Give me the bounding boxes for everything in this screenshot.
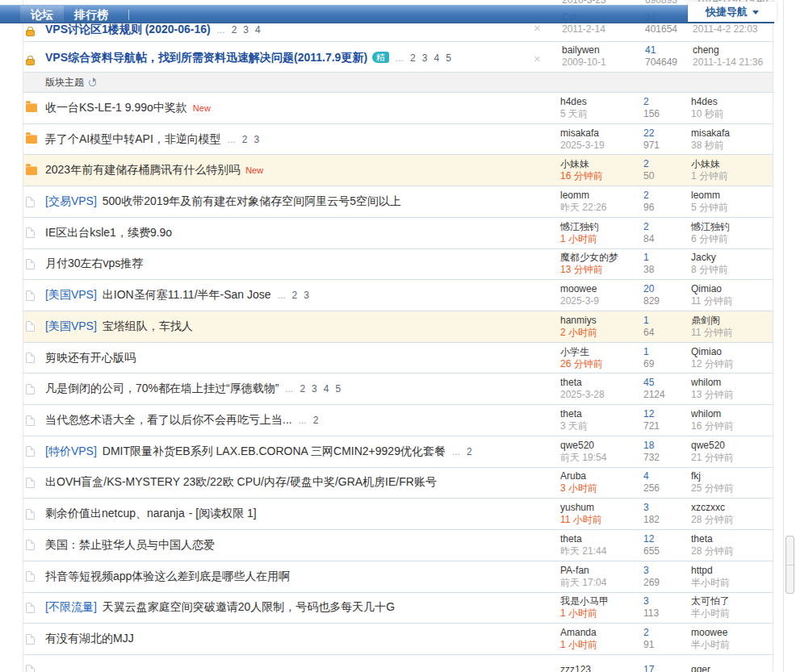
last-post-time[interactable]: 半小时前 xyxy=(691,607,773,620)
page-link[interactable]: 2 xyxy=(232,24,237,35)
author-name[interactable]: 小学生 xyxy=(560,346,643,358)
last-post-time[interactable]: 28 分钟前 xyxy=(691,545,773,557)
page-link[interactable]: 3 xyxy=(422,52,428,64)
last-poster[interactable]: whilom xyxy=(691,377,773,389)
last-poster[interactable]: moowee xyxy=(691,627,773,639)
thread-title[interactable]: 剪映还有开心版吗 xyxy=(45,351,136,364)
last-poster[interactable]: Jacky xyxy=(691,252,773,264)
last-post-time[interactable]: 21 分钟前 xyxy=(691,452,773,464)
thread-title[interactable]: 出OVH盲盒/KS-MYSTERY 23欧/22欧 CPU/内存/硬盘中奖/GR… xyxy=(45,475,437,488)
last-poster[interactable]: xzczxxc xyxy=(691,502,773,514)
author-name[interactable]: Amanda xyxy=(560,627,643,639)
author-name[interactable]: 小妹妹 xyxy=(560,158,643,170)
thread-title[interactable]: 宝塔组队，车找人 xyxy=(103,319,193,332)
page-link[interactable]: 3 xyxy=(254,134,260,145)
author-name[interactable]: bailywen xyxy=(562,44,643,56)
thread-title[interactable]: 弄了个AI模型中转API，非逆向模型 xyxy=(45,132,221,145)
author-name[interactable]: qwe520 xyxy=(560,440,643,452)
category-link[interactable]: [交易VPS] xyxy=(45,194,97,207)
page-link[interactable]: 4 xyxy=(434,52,439,64)
thread-title[interactable]: 2023年前有建储存桶腾讯有什么特别吗 xyxy=(45,163,240,176)
last-post-time[interactable]: 2011-1-14 21:36 xyxy=(693,56,773,69)
sticky-thread-title[interactable]: VPS讨论区1楼规则 (2020-06-16) xyxy=(45,23,211,35)
author-name[interactable]: misakafa xyxy=(560,127,643,140)
last-post-time[interactable]: 38 秒前 xyxy=(691,140,773,152)
author-name[interactable]: moowee xyxy=(560,283,643,295)
thread-title[interactable]: 月付30左右vps推荐 xyxy=(45,257,143,269)
author-name[interactable]: yushum xyxy=(560,502,643,514)
page-link[interactable]: 3 xyxy=(243,24,249,35)
last-poster[interactable]: cheng xyxy=(693,44,773,56)
thread-title[interactable]: 天翼云盘家庭空间突破邀请20人限制，号码也多每天几十G xyxy=(103,600,395,613)
last-poster[interactable]: h4des xyxy=(691,96,773,108)
author-name[interactable]: PA-fan xyxy=(560,565,643,577)
thread-title[interactable]: 剩余价值出netcup、naranja xyxy=(45,507,185,520)
page-link[interactable]: 2 xyxy=(242,134,248,145)
last-poster[interactable]: qqer xyxy=(691,664,773,672)
page-link[interactable]: 4 xyxy=(255,24,261,35)
page-link[interactable]: 3 xyxy=(312,383,317,394)
last-poster[interactable]: 太可怕了 xyxy=(691,595,773,607)
author-name[interactable]: 憾江独钓 xyxy=(560,221,643,233)
page-link[interactable]: 4 xyxy=(324,383,329,394)
last-post-time[interactable]: 半小时前 xyxy=(691,639,773,651)
thread-title[interactable]: IE区出台ksle1，续费9.9o xyxy=(45,226,172,239)
author-name[interactable]: 魔都少女的梦 xyxy=(560,252,643,264)
last-post-time[interactable]: 8 分钟前 xyxy=(691,264,773,276)
thread-title[interactable]: 有没有湖北的MJJ xyxy=(45,632,134,645)
category-link[interactable]: [特价VPS] xyxy=(45,445,97,457)
last-post-time[interactable]: 6 分钟前 xyxy=(691,233,773,245)
thread-title[interactable]: 凡是倒闭的公司，70%都在墙上挂过“厚德载物” xyxy=(45,382,279,394)
last-poster[interactable]: leomm xyxy=(691,190,773,202)
author-name[interactable]: theta xyxy=(560,377,643,389)
author-name[interactable]: zzz123 xyxy=(560,664,643,672)
thread-title[interactable]: 500收带2019年及前有建在对象储存空间阿里云号5空间以上 xyxy=(103,194,401,207)
last-poster[interactable]: Qimiao xyxy=(691,283,773,295)
author-name[interactable]: leomm xyxy=(560,190,643,202)
author-name[interactable]: hanmiys xyxy=(560,315,643,327)
last-poster[interactable]: Qimiao xyxy=(691,346,773,358)
thread-title[interactable]: 美国：禁止驻华人员与中国人恋爱 xyxy=(45,538,215,551)
last-post-time[interactable]: 11 分钟前 xyxy=(691,295,773,307)
last-poster[interactable]: theta xyxy=(691,533,773,545)
last-post-time[interactable]: 25 分钟前 xyxy=(691,482,773,495)
last-post-time[interactable]: 半小时前 xyxy=(691,577,773,589)
thread-title[interactable]: 抖音等短视频app体验这么差到底是哪些人在用啊 xyxy=(45,570,290,582)
refresh-icon[interactable] xyxy=(89,79,96,86)
category-link[interactable]: [美国VPS] xyxy=(45,288,97,301)
author-name[interactable]: theta xyxy=(560,408,643,420)
page-link[interactable]: 2 xyxy=(410,52,416,64)
close-icon[interactable]: × xyxy=(534,52,541,65)
last-poster[interactable]: misakafa xyxy=(691,127,773,140)
sticky-thread-title[interactable]: VPS综合资料导航帖，找到所需资料迅速解决问题(2011.7.9更新) xyxy=(45,51,367,64)
last-poster[interactable]: 憾江独钓 xyxy=(691,221,773,233)
page-link[interactable]: 2 xyxy=(292,290,298,301)
category-link[interactable]: [不限流量] xyxy=(45,600,97,613)
last-poster[interactable]: whilom xyxy=(691,408,773,420)
last-post-time[interactable]: 16 分钟前 xyxy=(691,420,773,432)
last-post-time[interactable]: 10 秒前 xyxy=(691,108,773,120)
thread-title[interactable]: 收一台KS-LE-1 9.99o中奖款 xyxy=(45,101,187,114)
last-post-time[interactable]: 2011-4-2 22:03 xyxy=(693,23,773,35)
thread-title[interactable]: 当代忽悠术语大全，看了以后你不会再吃亏上当... xyxy=(45,413,292,426)
tab-ranking[interactable]: 排行榜 xyxy=(64,6,119,23)
thread-title[interactable]: DMIT限量补货EB系列 LAX.EB.CORONA 三网CMIN2+9929优… xyxy=(103,445,446,457)
last-poster[interactable]: httpd xyxy=(691,565,773,577)
last-post-time[interactable]: 12 分钟前 xyxy=(691,358,773,370)
author-name[interactable]: h4des xyxy=(560,96,643,108)
last-poster[interactable]: 小妹妹 xyxy=(691,158,773,170)
page-link[interactable]: 2 xyxy=(300,383,305,394)
page-link[interactable]: 2 xyxy=(467,446,472,457)
page-link[interactable]: 3 xyxy=(304,290,309,301)
author-name[interactable]: 我是小马甲 xyxy=(560,595,643,607)
last-poster[interactable]: fkj xyxy=(691,470,773,482)
last-poster[interactable]: qwe520 xyxy=(691,440,773,452)
page-link[interactable]: 2 xyxy=(313,415,319,426)
quick-nav-button[interactable]: 快捷导航 xyxy=(688,2,777,22)
last-poster[interactable]: 鼎剑阁 xyxy=(691,315,773,327)
page-link[interactable]: 5 xyxy=(335,383,341,394)
last-post-time[interactable]: 13 分钟前 xyxy=(691,389,773,401)
tab-forum[interactable]: 论坛 xyxy=(20,6,64,23)
scrollbar-thumb[interactable] xyxy=(786,536,794,594)
last-post-time[interactable]: 28 分钟前 xyxy=(691,514,773,526)
